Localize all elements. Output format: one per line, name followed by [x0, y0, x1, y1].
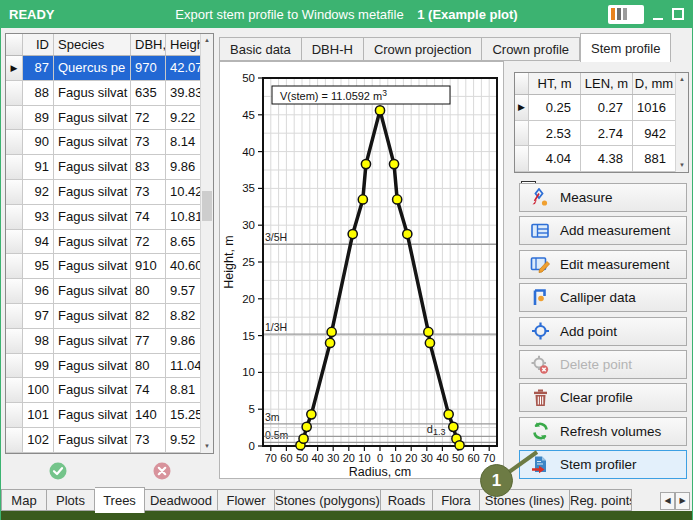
- delete-point-button: Delete point: [519, 350, 687, 379]
- tab-basic-data[interactable]: Basic data: [219, 37, 302, 61]
- table-row[interactable]: 88Fagus silvat63539.83: [6, 81, 213, 106]
- tabs-scroll-left-button[interactable]: ◀: [660, 492, 675, 510]
- table-row[interactable]: 90Fagus silvat738.14: [6, 130, 213, 155]
- tab-flora[interactable]: Flora: [433, 489, 480, 511]
- scroll-up-icon[interactable]: ▲: [201, 34, 213, 47]
- table-row[interactable]: 4.044.38881: [515, 146, 688, 172]
- svg-text:40: 40: [311, 452, 323, 464]
- measure-button[interactable]: Measure: [519, 183, 687, 212]
- column-header-htm: HT, m: [529, 73, 581, 94]
- table-row[interactable]: 99Fagus silvat8011.04: [6, 354, 213, 379]
- tabs-scroll-right-button[interactable]: ▶: [675, 492, 690, 510]
- table-row[interactable]: 91Fagus silvat839.86: [6, 155, 213, 180]
- column-header-lenm: LEN, m: [581, 73, 633, 94]
- table-row[interactable]: 96Fagus silvat809.57: [6, 279, 213, 304]
- add-point-button[interactable]: Add point: [519, 317, 687, 346]
- edit-measurement-button[interactable]: Edit measurement: [519, 250, 687, 279]
- tab-roads[interactable]: Roads: [381, 489, 433, 511]
- measurements-scrollbar[interactable]: ▲ ▼: [675, 73, 688, 172]
- svg-text:40: 40: [242, 146, 255, 158]
- cancel-button[interactable]: [153, 462, 171, 480]
- cell-id: 97: [23, 304, 54, 329]
- svg-text:20: 20: [343, 452, 355, 464]
- svg-text:0: 0: [249, 440, 255, 452]
- minimize-button[interactable]: [653, 18, 663, 20]
- row-indicator: [6, 205, 23, 230]
- tab-dbh-h[interactable]: DBH-H: [302, 37, 364, 61]
- tab-deadwood[interactable]: Deadwood: [145, 489, 218, 511]
- tab-reg-points[interactable]: Reg. points: [570, 489, 632, 511]
- tree-table-scrollbar[interactable]: ▲ ▼: [200, 34, 213, 453]
- cell-id: 98: [23, 329, 54, 354]
- button-label: Add measurement: [560, 223, 670, 238]
- svg-text:70: 70: [265, 452, 277, 464]
- maximize-button[interactable]: [672, 8, 684, 20]
- tab-flower[interactable]: Flower: [218, 489, 275, 511]
- calliper-data-button[interactable]: Calliper data: [519, 283, 687, 312]
- cell-id: 99: [23, 354, 54, 379]
- add-measurement-button[interactable]: Add measurement: [519, 216, 687, 245]
- cell-id: 90: [23, 130, 54, 155]
- cell-dbh: 74: [131, 378, 166, 403]
- refresh-volumes-button[interactable]: Refresh volumes: [519, 417, 687, 446]
- table-row[interactable]: ▶0.250.271016: [515, 95, 688, 121]
- column-header-species: Species: [54, 34, 131, 55]
- cell-ht: 0.25: [529, 95, 581, 121]
- cell-dbh: 140: [131, 403, 166, 428]
- svg-text:3m: 3m: [265, 411, 280, 423]
- stem-profiler-button[interactable]: Stem profiler: [519, 450, 687, 479]
- table-row[interactable]: ▶87Quercus pe97042.07: [6, 56, 213, 81]
- tab-crown-projection[interactable]: Crown projection: [364, 37, 483, 61]
- svg-text:15: 15: [242, 330, 255, 342]
- svg-text:3/5H: 3/5H: [265, 231, 287, 243]
- table-row[interactable]: 97Fagus silvat828.82: [6, 304, 213, 329]
- row-indicator: [6, 81, 23, 106]
- cell-len: 2.74: [581, 121, 633, 147]
- scrollbar-thumb[interactable]: [202, 191, 212, 221]
- table-row[interactable]: 92Fagus silvat7310.42: [6, 180, 213, 205]
- svg-text:45: 45: [242, 109, 255, 121]
- table-row[interactable]: 100Fagus silvat748.81: [6, 378, 213, 403]
- tab-plots[interactable]: Plots: [47, 489, 95, 511]
- tab-trees[interactable]: Trees: [95, 487, 145, 513]
- cell-id: 96: [23, 279, 54, 304]
- stem-profile-chart[interactable]: 0.5md1.33m1/3H3/5H7060504030201001020304…: [219, 61, 504, 479]
- scroll-down-icon[interactable]: ▼: [676, 159, 688, 172]
- tab-map[interactable]: Map: [1, 489, 47, 511]
- tab-stem-profile[interactable]: Stem profile: [580, 33, 671, 62]
- svg-text:5: 5: [249, 403, 255, 415]
- row-indicator: [6, 354, 23, 379]
- clear-profile-button[interactable]: Clear profile: [519, 383, 687, 412]
- table-row[interactable]: 94Fagus silvat728.65: [6, 230, 213, 255]
- titlebar-controls: [608, 0, 684, 28]
- table-row[interactable]: 98Fagus silvat779.86: [6, 329, 213, 354]
- table-row[interactable]: 93Fagus silvat7410.81: [6, 205, 213, 230]
- scroll-down-icon[interactable]: ▼: [201, 440, 213, 453]
- svg-text:0: 0: [377, 452, 383, 464]
- cell-d: 942: [633, 121, 676, 147]
- add-point-icon: [530, 321, 551, 341]
- cross-icon: [153, 462, 171, 480]
- button-label: Clear profile: [560, 390, 633, 405]
- table-row[interactable]: 101Fagus silvat14015.25: [6, 403, 213, 428]
- row-indicator: [6, 180, 23, 205]
- stem-profile-plot: 0.5md1.33m1/3H3/5H7060504030201001020304…: [220, 62, 503, 478]
- column-header-id: ID: [23, 34, 54, 55]
- confirm-button[interactable]: [49, 462, 67, 480]
- step-badge-1: 1: [480, 464, 513, 497]
- cell-len: 0.27: [581, 95, 633, 121]
- table-row[interactable]: 102Fagus silvat739.52: [6, 428, 213, 453]
- table-row[interactable]: 89Fagus silvat729.22: [6, 106, 213, 131]
- scroll-up-icon[interactable]: ▲: [676, 73, 688, 86]
- tab-crown-profile[interactable]: Crown profile: [482, 37, 580, 61]
- cell-id: 93: [23, 205, 54, 230]
- cell-dbh: 73: [131, 428, 166, 453]
- cell-species: Fagus silvat: [54, 254, 131, 279]
- cell-species: Fagus silvat: [54, 354, 131, 379]
- measure-icon: [530, 188, 551, 208]
- table-row[interactable]: 95Fagus silvat91040.60: [6, 254, 213, 279]
- tab-stones-polygons-[interactable]: Stones (polygons): [275, 489, 381, 511]
- row-indicator: [6, 106, 23, 131]
- add-measurement-icon: [530, 221, 551, 241]
- table-row[interactable]: 2.532.74942: [515, 121, 688, 147]
